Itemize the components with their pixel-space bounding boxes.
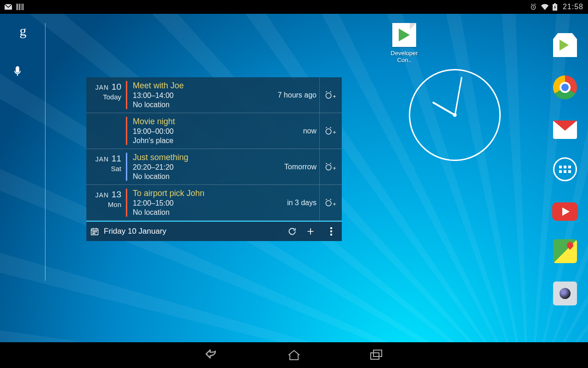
camera-icon[interactable] xyxy=(553,282,577,305)
divider-line xyxy=(45,23,45,281)
svg-point-20 xyxy=(94,233,95,234)
maps-icon[interactable] xyxy=(553,239,577,263)
analog-clock-widget[interactable] xyxy=(409,69,501,161)
chrome-icon[interactable] xyxy=(553,75,577,99)
wifi-icon xyxy=(541,4,549,10)
svg-point-14 xyxy=(326,201,332,206)
all-apps-icon[interactable] xyxy=(553,157,577,181)
calendar-event-row[interactable]: JAN11 Sat Just something 20:20–21:20 No … xyxy=(86,149,342,185)
svg-point-17 xyxy=(94,231,95,232)
add-alarm-button[interactable]: + xyxy=(320,77,342,113)
svg-point-18 xyxy=(96,231,97,232)
play-store-icon[interactable] xyxy=(553,33,577,57)
clock-minute-hand xyxy=(454,77,463,115)
calendar-icon[interactable] xyxy=(90,227,99,236)
alarm-icon xyxy=(530,3,537,11)
clock-hour-hand xyxy=(432,101,455,115)
svg-rect-10 xyxy=(16,67,19,72)
svg-point-12 xyxy=(326,129,332,134)
add-alarm-button[interactable]: + xyxy=(320,185,342,220)
gmail-notif-icon xyxy=(5,4,12,10)
refresh-button[interactable] xyxy=(288,227,306,236)
overflow-menu-button[interactable] xyxy=(324,227,338,236)
back-button[interactable] xyxy=(202,346,220,364)
barcode-icon xyxy=(17,4,24,10)
calendar-event-row[interactable]: JAN10 Today Meet with Joe 13:00–14:00 No… xyxy=(86,77,342,113)
app-dock xyxy=(551,33,579,305)
svg-point-19 xyxy=(93,233,94,234)
event-time: 19:00–00:00 xyxy=(133,127,254,136)
svg-rect-8 xyxy=(554,3,556,4)
calendar-event-row[interactable]: Movie night 19:00–00:00 John's place now… xyxy=(86,113,342,149)
event-date: JAN13 Mon xyxy=(86,185,126,220)
svg-point-13 xyxy=(326,165,332,170)
event-time: 12:00–15:00 xyxy=(133,199,254,207)
add-event-button[interactable] xyxy=(306,227,324,236)
voice-search-icon[interactable] xyxy=(14,66,32,76)
add-alarm-button[interactable]: + xyxy=(320,149,342,184)
home-button[interactable] xyxy=(285,346,303,364)
app-shortcut-developer-console[interactable]: Developer Con.. xyxy=(386,23,423,63)
svg-rect-2 xyxy=(18,4,18,10)
svg-rect-3 xyxy=(19,4,20,10)
event-title: To airport pick John xyxy=(133,189,254,198)
event-time: 13:00–14:00 xyxy=(133,92,254,100)
status-bar: 21:58 xyxy=(0,0,588,14)
svg-rect-5 xyxy=(23,4,23,10)
youtube-icon[interactable] xyxy=(552,202,578,221)
developer-console-icon xyxy=(392,23,416,47)
event-relative-time: in 3 days xyxy=(260,185,320,220)
navigation-bar xyxy=(0,342,588,368)
event-date xyxy=(86,113,126,149)
event-title: Meet with Joe xyxy=(133,81,254,91)
clock-center-dot xyxy=(453,113,457,117)
svg-rect-1 xyxy=(17,4,17,10)
event-title: Movie night xyxy=(133,117,254,126)
recent-apps-button[interactable] xyxy=(368,346,386,364)
event-location: No location xyxy=(133,101,254,109)
event-relative-time: 7 hours ago xyxy=(260,77,320,113)
google-search-icon[interactable]: g xyxy=(14,23,32,39)
add-alarm-button[interactable]: + xyxy=(320,113,342,149)
svg-point-11 xyxy=(326,93,332,98)
gmail-icon[interactable] xyxy=(553,121,577,139)
event-title: Just something xyxy=(133,153,254,162)
svg-point-16 xyxy=(93,231,94,232)
shortcut-label: Developer Con.. xyxy=(386,50,423,63)
battery-charging-icon xyxy=(553,3,557,11)
svg-rect-4 xyxy=(21,4,22,10)
event-time: 20:20–21:20 xyxy=(133,163,254,172)
event-relative-time: now xyxy=(260,113,320,149)
status-clock: 21:58 xyxy=(563,3,583,11)
event-location: No location xyxy=(133,172,254,181)
calendar-date-label[interactable]: Friday 10 January xyxy=(104,227,288,236)
event-date: JAN11 Sat xyxy=(86,149,126,184)
event-relative-time: Tomorrow xyxy=(260,149,320,184)
calendar-footer: Friday 10 January xyxy=(86,221,342,241)
event-location: No location xyxy=(133,208,254,217)
calendar-widget[interactable]: JAN10 Today Meet with Joe 13:00–14:00 No… xyxy=(86,77,342,241)
calendar-event-row[interactable]: JAN13 Mon To airport pick John 12:00–15:… xyxy=(86,185,342,221)
event-date: JAN10 Today xyxy=(86,77,126,113)
event-location: John's place xyxy=(133,137,254,145)
